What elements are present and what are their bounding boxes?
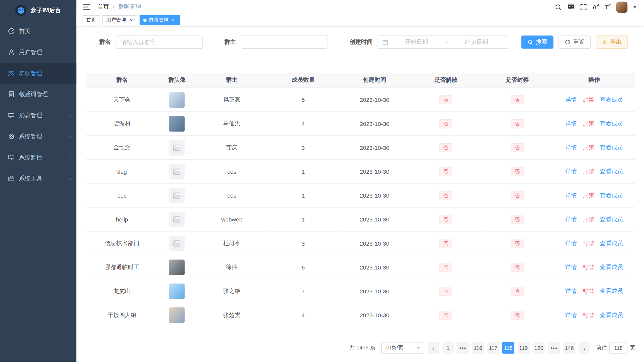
banned-cell: 否	[482, 184, 553, 207]
sidebar-item-sensitive-words[interactable]: 敏感词管理	[0, 84, 77, 105]
ban-link[interactable]: 封禁	[583, 311, 594, 318]
fullscreen-icon[interactable]	[580, 4, 587, 11]
ban-link[interactable]: 封禁	[583, 216, 594, 222]
group-owner-cell: 马仙洪	[196, 112, 268, 135]
view-members-link[interactable]: 查看成员	[600, 168, 623, 174]
sidebar-item-home[interactable]: 首页	[0, 21, 77, 42]
column-header: 群名	[86, 73, 158, 88]
close-icon[interactable]: ×	[171, 17, 176, 23]
banned-badge: 否	[511, 239, 524, 248]
disbanded-badge: 否	[439, 167, 453, 176]
export-button[interactable]: 导出	[596, 35, 628, 49]
date-range-picker[interactable]: 开始日期 - 结束日期	[377, 35, 509, 49]
disbanded-badge: 否	[439, 310, 453, 320]
breadcrumb-current: 群聊管理	[118, 3, 141, 11]
chevron-left-icon: ‹	[432, 344, 434, 351]
sidebar-item-system-tools[interactable]: 系统工具	[0, 168, 77, 189]
tab-user-management[interactable]: 用户管理×	[102, 15, 137, 25]
page-button-1[interactable]: 1	[442, 342, 454, 354]
table-row: 碧游村马仙洪42023-10-30否否详情封禁查看成员	[86, 112, 635, 135]
table-row: hellpwebweb12023-10-30否否详情封禁查看成员	[86, 207, 635, 231]
search-button[interactable]: 搜索	[521, 35, 553, 49]
detail-link[interactable]: 详情	[565, 168, 577, 174]
hamburger-icon[interactable]	[83, 3, 91, 11]
ban-link[interactable]: 封禁	[583, 168, 594, 174]
view-members-link[interactable]: 查看成员	[600, 263, 623, 270]
page-button-117[interactable]: 117	[487, 342, 499, 354]
calendar-icon	[382, 39, 388, 45]
search-icon[interactable]	[555, 4, 562, 11]
view-members-link[interactable]: 查看成员	[600, 192, 623, 198]
tabs-bar: 首页用户管理×群聊管理×	[77, 14, 644, 26]
member-count-cell: 3	[268, 135, 339, 159]
sidebar-item-group-management[interactable]: 群聊管理	[0, 63, 77, 84]
view-members-link[interactable]: 查看成员	[600, 240, 623, 246]
page-button-118[interactable]: 118	[502, 342, 514, 354]
picture-icon	[173, 215, 181, 223]
ban-link[interactable]: 封禁	[583, 96, 594, 103]
column-header: 成员数量	[268, 73, 339, 88]
detail-link[interactable]: 详情	[565, 216, 577, 222]
pagination-ellipsis[interactable]: •••	[548, 342, 560, 354]
group-avatar-cell	[158, 88, 196, 112]
view-members-link[interactable]: 查看成员	[600, 144, 623, 150]
breadcrumb-home[interactable]: 首页	[97, 3, 109, 11]
view-members-link[interactable]: 查看成员	[600, 311, 623, 318]
close-icon[interactable]: ×	[128, 17, 133, 23]
tab-home[interactable]: 首页	[83, 15, 100, 25]
detail-link[interactable]: 详情	[565, 263, 577, 270]
goto-page-input[interactable]	[609, 342, 627, 354]
group-name-cell: 信息技术部门	[86, 231, 158, 255]
text-size-icon[interactable]: TT	[605, 4, 611, 10]
view-members-link[interactable]: 查看成员	[600, 120, 623, 126]
reset-button[interactable]: 重置	[558, 35, 591, 49]
ban-link[interactable]: 封禁	[583, 287, 594, 294]
sidebar-item-user-management[interactable]: 用户管理	[0, 42, 77, 63]
detail-link[interactable]: 详情	[565, 120, 577, 126]
pagination-ellipsis[interactable]: •••	[457, 342, 469, 354]
sidebar-item-system-monitor[interactable]: 系统监控	[0, 147, 77, 168]
ban-link[interactable]: 封禁	[583, 144, 594, 150]
group-avatar-placeholder	[169, 188, 185, 203]
top-navbar: 首页 / 群聊管理 AA TT	[77, 0, 644, 14]
group-owner-input[interactable]	[241, 35, 328, 49]
group-name-input[interactable]	[116, 35, 203, 49]
ban-link[interactable]: 封禁	[583, 240, 594, 246]
banned-cell: 否	[482, 303, 553, 327]
message-icon[interactable]	[567, 3, 575, 11]
prev-page-button[interactable]: ‹	[427, 342, 439, 354]
disbanded-cell: 否	[410, 159, 482, 183]
app-logo[interactable]: 盒子IM后台	[0, 0, 77, 21]
page-button-116[interactable]: 116	[472, 342, 484, 354]
ban-link[interactable]: 封禁	[583, 263, 594, 270]
view-members-link[interactable]: 查看成员	[600, 96, 623, 103]
detail-link[interactable]: 详情	[565, 311, 577, 318]
view-members-link[interactable]: 查看成员	[600, 216, 623, 222]
tab-group-management[interactable]: 群聊管理×	[140, 15, 180, 25]
page-button-120[interactable]: 120	[533, 342, 545, 354]
sidebar-item-message-management[interactable]: 消息管理	[0, 105, 77, 126]
ban-link[interactable]: 封禁	[583, 120, 594, 126]
detail-link[interactable]: 详情	[565, 192, 577, 198]
detail-link[interactable]: 详情	[565, 144, 577, 150]
ban-link[interactable]: 封禁	[583, 192, 594, 198]
detail-link[interactable]: 详情	[565, 240, 577, 246]
page-button-119[interactable]: 119	[517, 342, 529, 354]
detail-link[interactable]: 详情	[565, 96, 577, 103]
search-button-icon	[527, 39, 533, 45]
member-count-cell: 1	[268, 207, 339, 231]
page-button-146[interactable]: 146	[563, 342, 576, 354]
end-date-placeholder: 结束日期	[448, 38, 505, 46]
page-size-select[interactable]: 10条/页	[381, 342, 424, 354]
sidebar-item-system-management[interactable]: 系统管理	[0, 126, 77, 147]
font-size-icon[interactable]: AA	[592, 4, 599, 10]
actions-cell: 详情封禁查看成员	[553, 279, 635, 303]
next-page-button[interactable]: ›	[579, 342, 590, 354]
view-members-link[interactable]: 查看成员	[600, 287, 623, 294]
navbar-actions: AA TT	[555, 2, 636, 13]
table-row: 干饭四人组张楚岚42023-10-30否否详情封禁查看成员	[86, 303, 635, 327]
app-title: 盒子IM后台	[30, 6, 61, 14]
created-time-label: 创建时间	[350, 38, 373, 46]
user-avatar[interactable]	[616, 2, 627, 13]
detail-link[interactable]: 详情	[565, 287, 577, 294]
